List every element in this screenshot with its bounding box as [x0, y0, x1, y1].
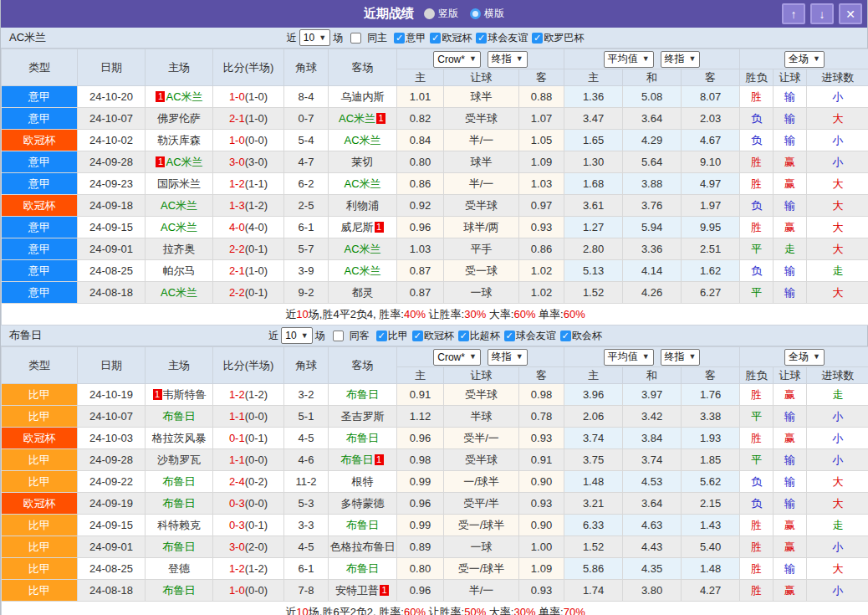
- away-team-cell: AC米兰: [329, 173, 397, 195]
- final-average-select[interactable]: 终指▼: [661, 349, 701, 366]
- col-odds-handicap: 让球: [444, 69, 519, 86]
- team1-filters: 近 10 ▼ 场 同主 ✓意甲✓欧冠杯✓球会友谊✓欧罗巴杯: [284, 29, 584, 46]
- col-odds-home: 主: [397, 69, 444, 86]
- team-name-text: 勒沃库森: [157, 134, 201, 146]
- league-type-badge: 意甲: [2, 282, 78, 304]
- move-up-button[interactable]: ↑: [782, 3, 805, 24]
- result-goals-cell: 大: [807, 558, 868, 580]
- bookmaker-select[interactable]: Crow*▼: [433, 349, 481, 366]
- same-home-checkbox[interactable]: [350, 33, 361, 44]
- rank-badge: 1: [156, 156, 165, 167]
- match-date: 24-10-02: [78, 130, 146, 151]
- close-button[interactable]: ✕: [839, 3, 862, 24]
- league-label: 欧罗巴杯: [544, 31, 584, 45]
- odds-group-header: Crow*▼ 终指▼: [397, 49, 564, 69]
- home-team-cell: 拉齐奥: [146, 238, 213, 260]
- scope-select[interactable]: 全场▼: [784, 349, 825, 366]
- team-name-text: AC米兰: [161, 221, 197, 233]
- result-winlose-cell: 负: [740, 108, 774, 130]
- final-odds-select[interactable]: 终指▼: [488, 349, 528, 366]
- avg-away-cell: 4.27: [682, 580, 740, 602]
- avg-draw-cell: 3.36: [623, 238, 682, 260]
- radio-horizontal-label[interactable]: 横版: [484, 7, 504, 21]
- league-checkbox[interactable]: ✓: [458, 331, 469, 341]
- league-label: 比甲: [388, 329, 408, 343]
- avg-draw-cell: 4.35: [623, 558, 682, 580]
- scope-select[interactable]: 全场▼: [784, 51, 825, 68]
- corner-cell: 11-2: [284, 471, 329, 493]
- summary-text-segment: 50%: [464, 606, 486, 615]
- corner-cell: 5-4: [284, 130, 329, 151]
- move-down-button[interactable]: ↓: [810, 3, 834, 24]
- odds-away-cell: 0.93: [519, 580, 564, 602]
- col-score: 比分(半场): [213, 49, 284, 86]
- odds-home-cell: 0.99: [397, 471, 444, 493]
- radio-vertical-label[interactable]: 竖版: [438, 7, 458, 21]
- result-winlose-cell: 平: [740, 282, 774, 304]
- team-name-text: AC米兰: [344, 134, 380, 146]
- summary-text-segment: 40%: [404, 308, 426, 320]
- result-handicap-cell: 输: [774, 493, 807, 515]
- odds-home-cell: 0.96: [397, 580, 444, 602]
- col-handicap-result: 让球: [774, 69, 807, 86]
- radio-horizontal-layout[interactable]: [470, 8, 481, 19]
- result-handicap-cell: 输: [774, 130, 807, 151]
- result-goals-cell: 大: [807, 471, 868, 493]
- games-label: 场: [333, 31, 343, 45]
- result-handicap-cell: 输: [774, 406, 807, 428]
- summary-text-segment: 近: [285, 308, 296, 320]
- corner-cell: 7-8: [284, 580, 329, 602]
- avg-home-cell: 1.52: [564, 282, 623, 304]
- match-count-select[interactable]: 10 ▼: [281, 327, 312, 344]
- odds-away-cell: 0.93: [519, 428, 564, 449]
- odds-away-cell: 1.09: [519, 558, 564, 580]
- score-cell: 1-0(0-0): [213, 580, 284, 602]
- average-select[interactable]: 平均值▼: [604, 349, 654, 366]
- final-average-select[interactable]: 终指▼: [661, 51, 701, 68]
- away-team-cell: 莱切: [329, 151, 397, 173]
- score-cell: 1-0(0-0): [213, 130, 284, 151]
- match-date: 24-09-19: [78, 493, 146, 515]
- odds-handicap-cell: 半/一: [444, 173, 519, 195]
- avg-home-cell: 6.33: [564, 515, 623, 536]
- league-checkbox[interactable]: ✓: [532, 33, 543, 44]
- col-corner: 角球: [284, 347, 329, 384]
- result-goals-cell: 大: [807, 195, 868, 217]
- league-type-badge: 意甲: [2, 173, 78, 195]
- average-select[interactable]: 平均值▼: [604, 51, 654, 68]
- league-checkbox[interactable]: ✓: [560, 331, 571, 341]
- corner-cell: 4-6: [284, 449, 329, 471]
- score-cell: 1-2(1-2): [213, 384, 284, 406]
- summary-text-segment: 60%: [404, 606, 426, 615]
- avg-away-cell: 4.97: [682, 173, 740, 195]
- league-checkbox[interactable]: ✓: [430, 33, 441, 44]
- avg-away-cell: 8.07: [682, 86, 740, 108]
- col-date: 日期: [78, 347, 146, 384]
- result-goals-cell: 大: [807, 493, 868, 515]
- match-count-select[interactable]: 10 ▼: [299, 29, 330, 46]
- match-row: 意甲24-09-15AC米兰4-0(4-0)6-1威尼斯10.96球半/两0.9…: [2, 217, 868, 238]
- col-type: 类型: [2, 49, 78, 86]
- same-away-checkbox[interactable]: [333, 331, 344, 341]
- team-name-text: 乌迪内斯: [341, 90, 385, 103]
- league-checkbox[interactable]: ✓: [376, 331, 387, 341]
- odds-home-cell: 0.80: [397, 151, 444, 173]
- league-checkbox[interactable]: ✓: [476, 33, 487, 44]
- col-winlose: 胜负: [740, 69, 774, 86]
- away-team-cell: 布鲁日1: [329, 449, 397, 471]
- same-home-label: 同主: [367, 31, 387, 45]
- league-checkbox[interactable]: ✓: [412, 331, 423, 341]
- col-home: 主场: [146, 49, 213, 86]
- team-name-text: 布鲁日: [346, 519, 379, 531]
- final-odds-select[interactable]: 终指▼: [488, 51, 528, 68]
- match-date: 24-08-18: [78, 580, 146, 602]
- radio-vertical-layout[interactable]: [424, 8, 435, 19]
- odds-away-cell: 0.90: [519, 515, 564, 536]
- away-team-cell: AC米兰: [329, 130, 397, 151]
- bookmaker-select[interactable]: Crow*▼: [433, 51, 481, 68]
- avg-home-cell: 2.80: [564, 238, 623, 260]
- league-checkbox[interactable]: ✓: [394, 33, 405, 44]
- corner-cell: 6-1: [284, 217, 329, 238]
- league-checkbox[interactable]: ✓: [504, 331, 515, 341]
- match-row: 比甲24-08-25登德1-2(1-2)6-1布鲁日0.80受一/球半1.095…: [2, 558, 868, 580]
